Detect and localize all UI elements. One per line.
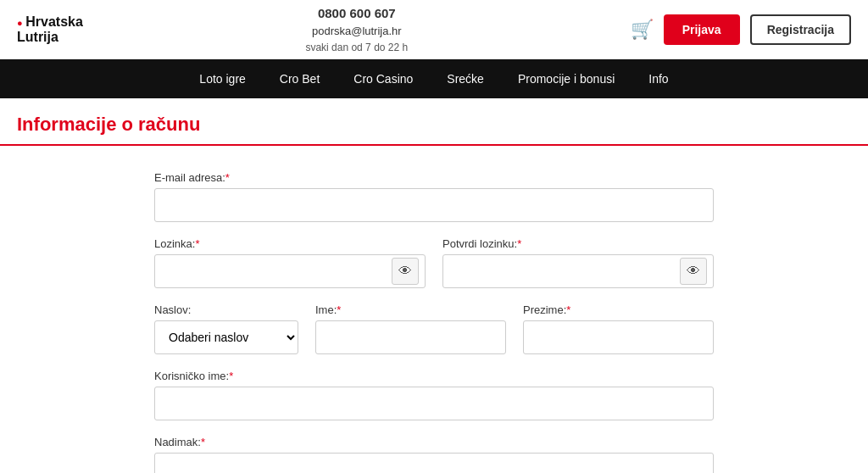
korisnicko-label: Korisničko ime:* <box>154 370 714 382</box>
nav-item-srecke[interactable]: Srećke <box>447 69 484 89</box>
login-button[interactable]: Prijava <box>664 14 740 45</box>
nadimak-group: Nadimak:* <box>154 436 714 473</box>
main-nav: Loto igre Cro Bet Cro Casino Srećke Prom… <box>0 59 868 98</box>
ime-label: Ime:* <box>315 303 506 316</box>
nav-item-crocasino[interactable]: Cro Casino <box>353 69 413 89</box>
potvrdi-label: Potvrdi lozinku:* <box>442 237 714 250</box>
potvrdi-eye-button[interactable]: 👁 <box>680 258 707 285</box>
contact-info: 0800 600 607 podrska@lutrija.hr svaki da… <box>305 4 408 55</box>
nadimak-input[interactable] <box>154 453 714 473</box>
nav-item-promocije[interactable]: Promocije i bonusi <box>518 69 615 89</box>
naslov-select[interactable]: Odaberi naslov Gospodin Gospođa <box>154 320 298 354</box>
page-title-bar: Informacije o računu <box>0 98 868 146</box>
lozinka-input-wrapper: 👁 <box>154 254 426 288</box>
nav-item-loto[interactable]: Loto igre <box>199 69 245 89</box>
logo-text-bottom: Lutrija <box>17 30 58 45</box>
prezime-input[interactable] <box>523 320 714 354</box>
email-input[interactable] <box>154 188 714 222</box>
korisnicko-group: Korisničko ime:* <box>154 370 714 420</box>
lozinka-input[interactable] <box>154 254 426 288</box>
email-address: podrska@lutrija.hr <box>305 23 408 40</box>
ime-input[interactable] <box>315 320 506 354</box>
naslov-group: Naslov: Odaberi naslov Gospodin Gospođa <box>154 303 298 354</box>
phone-number: 0800 600 607 <box>305 4 408 24</box>
working-hours: svaki dan od 7 do 22 h <box>305 40 408 55</box>
nadimak-label: Nadimak:* <box>154 436 714 448</box>
ime-group: Ime:* <box>315 303 506 354</box>
lozinka-label: Lozinka:* <box>154 237 426 250</box>
prezime-group: Prezime:* <box>523 303 714 354</box>
lozinka-eye-button[interactable]: 👁 <box>392 258 419 285</box>
email-group: E-mail adresa:* <box>154 171 714 222</box>
naslov-label: Naslov: <box>154 303 298 316</box>
prezime-label: Prezime:* <box>523 303 714 316</box>
email-label: E-mail adresa:* <box>154 171 714 184</box>
nav-item-crobet[interactable]: Cro Bet <box>280 69 320 89</box>
potvrdi-group: Potvrdi lozinku:* 👁 <box>442 237 714 288</box>
header-actions: 🛒 Prijava Registracija <box>631 14 851 45</box>
potvrdi-input[interactable] <box>442 254 714 288</box>
logo: ● Hrvatska Lutrija <box>17 14 83 45</box>
korisnicko-input[interactable] <box>154 387 714 420</box>
nav-item-info[interactable]: Info <box>648 69 668 89</box>
page-title: Informacije o računu <box>17 114 851 136</box>
logo-text-top: ● Hrvatska <box>17 14 83 30</box>
register-button[interactable]: Registracija <box>750 14 851 45</box>
lozinka-group: Lozinka:* 👁 <box>154 237 426 288</box>
cart-icon[interactable]: 🛒 <box>631 19 654 41</box>
potvrdi-input-wrapper: 👁 <box>442 254 714 288</box>
header: ● Hrvatska Lutrija 0800 600 607 podrska@… <box>0 0 868 59</box>
naslov-ime-prezime-row: Naslov: Odaberi naslov Gospodin Gospođa … <box>154 303 714 370</box>
password-row: Lozinka:* 👁 Potvrdi lozinku:* 👁 <box>154 237 714 303</box>
account-form: E-mail adresa:* Lozinka:* 👁 Potvrdi lozi… <box>137 163 731 473</box>
